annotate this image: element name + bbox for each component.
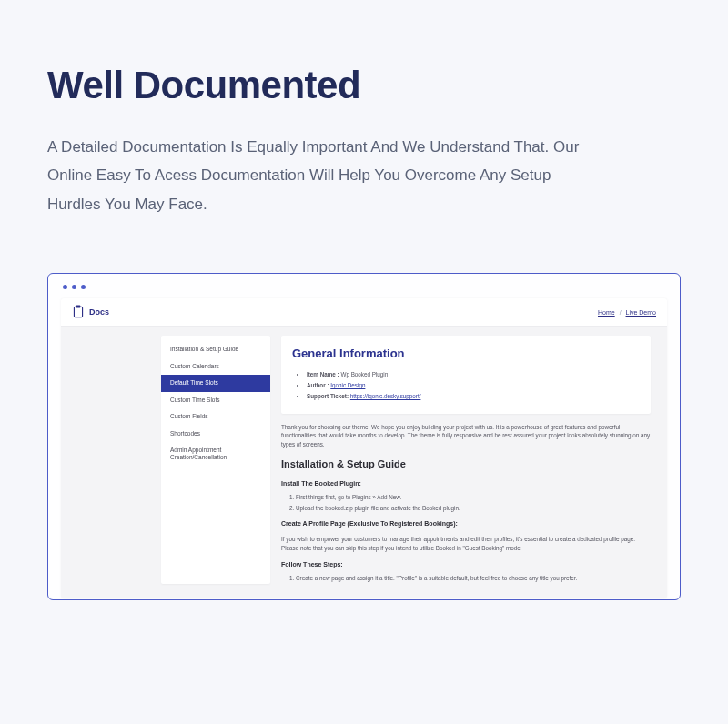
sidebar-item-default-time-slots[interactable]: Default Time Slots	[161, 375, 270, 391]
hero-subtitle: A Detailed Documentation Is Equally Impo…	[47, 133, 593, 218]
intro-paragraph: Thank you for choosing our theme. We hop…	[281, 423, 651, 449]
hero-title: Well Documented	[47, 64, 681, 107]
window-dot-icon	[81, 285, 86, 289]
install-subhead-1: Install The Booked Plugin:	[281, 479, 651, 489]
svg-rect-0	[74, 307, 82, 317]
svg-rect-1	[76, 306, 81, 308]
sidebar-item-custom-fields[interactable]: Custom Fields	[161, 408, 270, 425]
install-heading: Installation & Setup Guide	[281, 457, 651, 472]
step-item: Create a new page and assign it a title.…	[296, 574, 651, 583]
sidebar-item-label: Custom Time Slots	[170, 397, 220, 403]
support-link[interactable]: https://iqonic.desky.support/	[350, 393, 421, 399]
docs-body: Installation & Setup Guide Custom Calend…	[61, 327, 667, 584]
window-dot-icon	[63, 285, 67, 289]
install-subhead-2: Create A Profile Page (Exclusive To Regi…	[281, 519, 651, 529]
install-subhead-3: Follow These Steps:	[281, 560, 651, 570]
docs-brand[interactable]: Docs	[72, 305, 109, 319]
docs-sidebar: Installation & Setup Guide Custom Calend…	[161, 336, 270, 584]
sidebar-item-shortcodes[interactable]: Shortcodes	[161, 426, 270, 442]
meta-item-name: Item Name : Wp Booked Plugin	[307, 370, 640, 379]
clipboard-icon	[72, 305, 85, 319]
sidebar-item-label: Admin Appointment Creation/Cancellation	[170, 447, 227, 460]
install-para-2: If you wish to empower your customers to…	[281, 535, 651, 553]
docs-window: Docs Home / Live Demo Installation & Set…	[61, 298, 667, 598]
docs-topbar: Docs Home / Live Demo	[61, 298, 667, 327]
step-item: Upload the booked.zip plugin file and ac…	[296, 504, 651, 513]
step-item: First things first, go to Plugins » Add …	[296, 493, 651, 502]
window-dots	[48, 274, 680, 298]
link-separator: /	[620, 309, 622, 316]
sidebar-item-custom-time-slots[interactable]: Custom Time Slots	[161, 392, 270, 408]
author-link[interactable]: Iqonic Design	[330, 382, 365, 388]
docs-brand-label: Docs	[89, 307, 109, 317]
general-info-heading: General Information	[292, 345, 640, 363]
install-steps-1: First things first, go to Plugins » Add …	[296, 493, 651, 513]
meta-author: Author : Iqonic Design	[307, 381, 640, 390]
sidebar-item-label: Default Time Slots	[170, 379, 218, 386]
docs-top-links: Home / Live Demo	[598, 309, 656, 316]
home-link[interactable]: Home	[598, 309, 615, 316]
window-dot-icon	[72, 285, 76, 289]
live-demo-link[interactable]: Live Demo	[626, 309, 656, 316]
meta-value: Wp Booked Plugin	[340, 371, 388, 377]
meta-label: Author :	[307, 382, 329, 388]
sidebar-item-label: Custom Calendars	[170, 363, 219, 369]
meta-label: Support Ticket:	[307, 393, 349, 399]
sidebar-item-installation-setup[interactable]: Installation & Setup Guide	[161, 341, 270, 357]
meta-support: Support Ticket: https://iqonic.desky.sup…	[307, 392, 640, 401]
general-info-meta-list: Item Name : Wp Booked Plugin Author : Iq…	[307, 370, 640, 400]
sidebar-item-label: Custom Fields	[170, 413, 208, 419]
docs-content: General Information Item Name : Wp Booke…	[281, 336, 651, 584]
sidebar-item-custom-calendars[interactable]: Custom Calendars	[161, 358, 270, 375]
sidebar-item-label: Shortcodes	[170, 430, 200, 437]
browser-frame: Docs Home / Live Demo Installation & Set…	[47, 273, 681, 600]
install-steps-3: Create a new page and assign it a title.…	[296, 574, 651, 583]
general-info-card: General Information Item Name : Wp Booke…	[281, 336, 651, 413]
sidebar-item-admin-appointment[interactable]: Admin Appointment Creation/Cancellation	[161, 442, 270, 466]
meta-label: Item Name :	[307, 371, 339, 377]
sidebar-item-label: Installation & Setup Guide	[170, 346, 238, 352]
